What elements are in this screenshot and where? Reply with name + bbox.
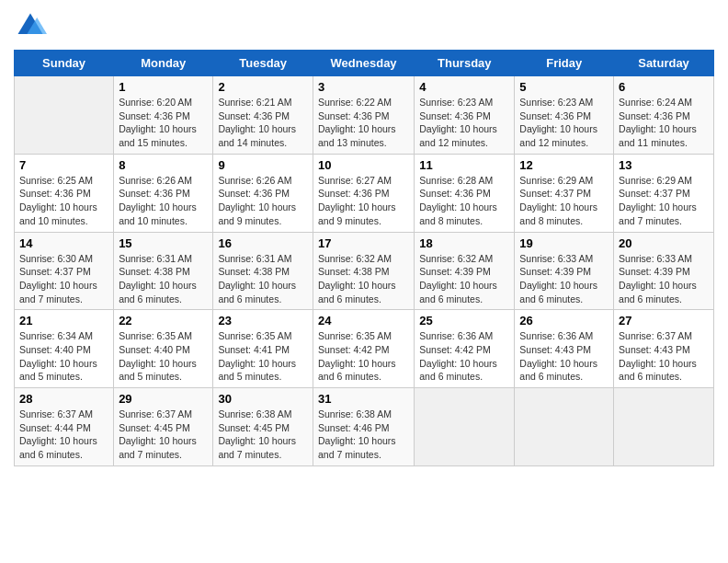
calendar-cell: 27Sunrise: 6:37 AMSunset: 4:43 PMDayligh…: [614, 310, 714, 388]
day-info: Sunrise: 6:34 AMSunset: 4:40 PMDaylight:…: [19, 329, 108, 384]
day-number: 28: [19, 392, 108, 406]
calendar-cell: 14Sunrise: 6:30 AMSunset: 4:37 PMDayligh…: [15, 232, 114, 310]
day-info: Sunrise: 6:30 AMSunset: 4:37 PMDaylight:…: [19, 252, 108, 306]
calendar-week-1: 1Sunrise: 6:20 AMSunset: 4:36 PMDaylight…: [15, 76, 714, 155]
calendar-cell: 31Sunrise: 6:38 AMSunset: 4:46 PMDayligh…: [313, 388, 414, 466]
calendar-cell: 23Sunrise: 6:35 AMSunset: 4:41 PMDayligh…: [213, 310, 313, 388]
header-saturday: Saturday: [614, 51, 714, 76]
day-info: Sunrise: 6:37 AMSunset: 4:44 PMDaylight:…: [19, 408, 108, 462]
day-info: Sunrise: 6:27 AMSunset: 4:36 PMDaylight:…: [318, 174, 409, 228]
day-number: 31: [318, 392, 409, 406]
calendar-cell: 26Sunrise: 6:36 AMSunset: 4:43 PMDayligh…: [515, 310, 614, 388]
day-info: Sunrise: 6:35 AMSunset: 4:40 PMDaylight:…: [119, 329, 208, 384]
day-info: Sunrise: 6:35 AMSunset: 4:41 PMDaylight:…: [218, 329, 308, 384]
day-number: 1: [119, 80, 208, 94]
day-number: 5: [519, 80, 609, 94]
header-sunday: Sunday: [15, 51, 114, 76]
calendar-cell: 20Sunrise: 6:33 AMSunset: 4:39 PMDayligh…: [614, 232, 714, 310]
calendar-cell: 16Sunrise: 6:31 AMSunset: 4:38 PMDayligh…: [213, 232, 313, 310]
day-info: Sunrise: 6:31 AMSunset: 4:38 PMDaylight:…: [119, 252, 208, 306]
calendar-cell: 30Sunrise: 6:38 AMSunset: 4:45 PMDayligh…: [213, 388, 313, 466]
day-number: 6: [619, 80, 709, 94]
calendar-cell: 21Sunrise: 6:34 AMSunset: 4:40 PMDayligh…: [15, 310, 114, 388]
day-number: 4: [419, 80, 509, 94]
day-number: 18: [419, 236, 509, 250]
calendar-cell: 24Sunrise: 6:35 AMSunset: 4:42 PMDayligh…: [313, 310, 414, 388]
calendar-cell: 22Sunrise: 6:35 AMSunset: 4:40 PMDayligh…: [114, 310, 213, 388]
calendar-week-4: 21Sunrise: 6:34 AMSunset: 4:40 PMDayligh…: [15, 310, 714, 388]
day-info: Sunrise: 6:24 AMSunset: 4:36 PMDaylight:…: [619, 96, 709, 150]
calendar-cell: 7Sunrise: 6:25 AMSunset: 4:36 PMDaylight…: [15, 154, 114, 232]
day-info: Sunrise: 6:20 AMSunset: 4:36 PMDaylight:…: [119, 96, 208, 150]
day-info: Sunrise: 6:28 AMSunset: 4:36 PMDaylight:…: [419, 174, 509, 228]
day-number: 12: [519, 158, 609, 172]
day-info: Sunrise: 6:36 AMSunset: 4:42 PMDaylight:…: [419, 329, 509, 384]
day-info: Sunrise: 6:31 AMSunset: 4:38 PMDaylight:…: [218, 252, 308, 306]
day-number: 2: [218, 80, 308, 94]
day-number: 21: [19, 314, 108, 327]
day-info: Sunrise: 6:29 AMSunset: 4:37 PMDaylight:…: [519, 174, 609, 228]
calendar-cell: [15, 76, 114, 155]
day-info: Sunrise: 6:22 AMSunset: 4:36 PMDaylight:…: [318, 96, 409, 150]
calendar-cell: [614, 388, 714, 466]
day-info: Sunrise: 6:38 AMSunset: 4:46 PMDaylight:…: [318, 408, 409, 462]
calendar-cell: 12Sunrise: 6:29 AMSunset: 4:37 PMDayligh…: [515, 154, 614, 232]
day-number: 26: [519, 314, 609, 327]
calendar-cell: 10Sunrise: 6:27 AMSunset: 4:36 PMDayligh…: [313, 154, 414, 232]
day-info: Sunrise: 6:23 AMSunset: 4:36 PMDaylight:…: [419, 96, 509, 150]
calendar-week-2: 7Sunrise: 6:25 AMSunset: 4:36 PMDaylight…: [15, 154, 714, 232]
day-number: 22: [119, 314, 208, 327]
calendar-week-5: 28Sunrise: 6:37 AMSunset: 4:44 PMDayligh…: [15, 388, 714, 466]
day-info: Sunrise: 6:26 AMSunset: 4:36 PMDaylight:…: [218, 174, 308, 228]
calendar-cell: 19Sunrise: 6:33 AMSunset: 4:39 PMDayligh…: [515, 232, 614, 310]
day-number: 19: [519, 236, 609, 250]
day-info: Sunrise: 6:25 AMSunset: 4:36 PMDaylight:…: [19, 174, 108, 228]
calendar-header-row: SundayMondayTuesdayWednesdayThursdayFrid…: [15, 51, 714, 76]
calendar-cell: 15Sunrise: 6:31 AMSunset: 4:38 PMDayligh…: [114, 232, 213, 310]
day-number: 27: [619, 314, 709, 327]
logo-icon: [14, 9, 47, 42]
header-friday: Friday: [515, 51, 614, 76]
calendar-week-3: 14Sunrise: 6:30 AMSunset: 4:37 PMDayligh…: [15, 232, 714, 310]
day-info: Sunrise: 6:29 AMSunset: 4:37 PMDaylight:…: [619, 174, 709, 228]
calendar-cell: 3Sunrise: 6:22 AMSunset: 4:36 PMDaylight…: [313, 76, 414, 155]
calendar-cell: 25Sunrise: 6:36 AMSunset: 4:42 PMDayligh…: [415, 310, 515, 388]
calendar-cell: [515, 388, 614, 466]
calendar-cell: 13Sunrise: 6:29 AMSunset: 4:37 PMDayligh…: [614, 154, 714, 232]
day-number: 24: [318, 314, 409, 327]
calendar-cell: 17Sunrise: 6:32 AMSunset: 4:38 PMDayligh…: [313, 232, 414, 310]
logo: [14, 9, 51, 42]
day-info: Sunrise: 6:35 AMSunset: 4:42 PMDaylight:…: [318, 329, 409, 384]
calendar-cell: 6Sunrise: 6:24 AMSunset: 4:36 PMDaylight…: [614, 76, 714, 155]
day-number: 29: [119, 392, 208, 406]
day-info: Sunrise: 6:33 AMSunset: 4:39 PMDaylight:…: [619, 252, 709, 306]
calendar-cell: 8Sunrise: 6:26 AMSunset: 4:36 PMDaylight…: [114, 154, 213, 232]
day-info: Sunrise: 6:23 AMSunset: 4:36 PMDaylight:…: [519, 96, 609, 150]
header-wednesday: Wednesday: [313, 51, 414, 76]
day-number: 17: [318, 236, 409, 250]
day-info: Sunrise: 6:37 AMSunset: 4:45 PMDaylight:…: [119, 408, 208, 462]
calendar-cell: 4Sunrise: 6:23 AMSunset: 4:36 PMDaylight…: [415, 76, 515, 155]
day-number: 7: [19, 158, 108, 172]
header-thursday: Thursday: [415, 51, 515, 76]
day-number: 25: [419, 314, 509, 327]
calendar-cell: 1Sunrise: 6:20 AMSunset: 4:36 PMDaylight…: [114, 76, 213, 155]
day-info: Sunrise: 6:36 AMSunset: 4:43 PMDaylight:…: [519, 329, 609, 384]
day-info: Sunrise: 6:21 AMSunset: 4:36 PMDaylight:…: [218, 96, 308, 150]
header-monday: Monday: [114, 51, 213, 76]
calendar-cell: [415, 388, 515, 466]
calendar-cell: 5Sunrise: 6:23 AMSunset: 4:36 PMDaylight…: [515, 76, 614, 155]
calendar-cell: 11Sunrise: 6:28 AMSunset: 4:36 PMDayligh…: [415, 154, 515, 232]
day-info: Sunrise: 6:38 AMSunset: 4:45 PMDaylight:…: [218, 408, 308, 462]
day-info: Sunrise: 6:32 AMSunset: 4:38 PMDaylight:…: [318, 252, 409, 306]
day-info: Sunrise: 6:32 AMSunset: 4:39 PMDaylight:…: [419, 252, 509, 306]
day-number: 23: [218, 314, 308, 327]
day-number: 14: [19, 236, 108, 250]
day-number: 10: [318, 158, 409, 172]
calendar-cell: 2Sunrise: 6:21 AMSunset: 4:36 PMDaylight…: [213, 76, 313, 155]
day-info: Sunrise: 6:37 AMSunset: 4:43 PMDaylight:…: [619, 329, 709, 384]
day-number: 11: [419, 158, 509, 172]
day-info: Sunrise: 6:33 AMSunset: 4:39 PMDaylight:…: [519, 252, 609, 306]
calendar: SundayMondayTuesdayWednesdayThursdayFrid…: [14, 50, 714, 466]
day-number: 16: [218, 236, 308, 250]
